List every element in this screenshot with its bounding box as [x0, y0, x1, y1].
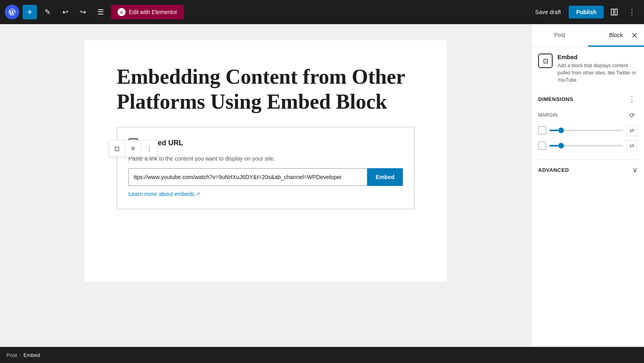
margin-slider-2[interactable] [549, 145, 623, 146]
main-layout: Embedding Content from Other Platforms U… [0, 24, 644, 347]
embed-input-row: Embed [128, 168, 403, 186]
align-icon: ≡ [131, 145, 135, 152]
svg-rect-1 [615, 9, 617, 15]
breadcrumb-bar: Post › Embed [0, 347, 644, 363]
embed-submit-button[interactable]: Embed [367, 168, 403, 186]
embed-block-description: Paste a link to the content you want to … [128, 155, 403, 162]
more-icon: ⋮ [146, 145, 153, 153]
right-sidebar: Post Block ✕ ⊡ Embed Add a block that di… [531, 24, 644, 347]
page-title: Embedding Content from Other Platforms U… [117, 64, 415, 115]
add-block-button[interactable]: + [23, 5, 37, 19]
block-name: Embed [557, 54, 638, 60]
block-info-text: Embed Add a block that displays content … [557, 54, 638, 84]
margin-fill-1 [549, 130, 558, 131]
top-toolbar: + ✎ ↩ ↪ ☰ e Edit with Elementor Save dra… [0, 0, 644, 24]
margin-text: MARGIN [538, 112, 557, 118]
wordpress-logo [5, 5, 19, 19]
publish-button[interactable]: Publish [569, 6, 604, 19]
elementor-icon: e [118, 8, 126, 16]
margin-slider-1[interactable] [549, 130, 623, 131]
margin-thumb-2 [558, 143, 564, 148]
advanced-toggle-button[interactable]: ∨ [632, 165, 638, 174]
breadcrumb-post[interactable]: Post [6, 352, 17, 358]
more-options-button[interactable]: ⋮ [625, 5, 639, 19]
sidebar-close-button[interactable]: ✕ [628, 29, 641, 42]
embed-block: ⊡ Embed URL Paste a link to the content … [117, 127, 415, 209]
editor-area: Embedding Content from Other Platforms U… [0, 24, 531, 347]
embed-url-input[interactable] [128, 168, 367, 186]
sidebar-tabs: Post Block ✕ [532, 24, 644, 47]
margin-thumb-1 [558, 128, 564, 133]
learn-more-text: Learn more about embeds [128, 191, 194, 197]
learn-more-link[interactable]: Learn more about embeds ↗ [128, 191, 200, 197]
block-more-button[interactable]: ⋮ [141, 140, 157, 157]
elementor-label: Edit with Elementor [129, 9, 178, 15]
dimensions-more-button[interactable]: ⋮ [626, 93, 638, 105]
margin-row-2: ⇄ [538, 140, 638, 151]
settings-sidebar-button[interactable] [607, 5, 621, 19]
advanced-section: Advanced ∨ [538, 159, 638, 174]
advanced-title: Advanced [538, 167, 569, 173]
external-link-icon: ↗ [196, 191, 200, 197]
block-toolbar: ⊡ ≡ ⋮ [109, 140, 158, 157]
block-type-button[interactable]: ⊡ [109, 140, 125, 157]
elementor-edit-button[interactable]: e Edit with Elementor [111, 5, 184, 19]
svg-rect-0 [611, 9, 614, 15]
margin-unlink-button-2[interactable]: ⇄ [626, 140, 638, 151]
block-info-icon: ⊡ [538, 54, 553, 68]
redo-button[interactable]: ↪ [76, 5, 90, 19]
undo-button[interactable]: ↩ [58, 5, 72, 19]
embed-block-icon: ⊡ [114, 145, 120, 153]
block-align-button[interactable]: ≡ [125, 140, 141, 157]
dimensions-header: Dimensions ⋮ [538, 93, 638, 105]
margin-reset-button[interactable]: ⟳ [626, 109, 638, 121]
breadcrumb-separator: › [19, 352, 21, 358]
list-view-button[interactable]: ☰ [93, 5, 108, 19]
margin-input-box-1[interactable] [538, 126, 546, 134]
margin-input-box-2[interactable] [538, 142, 546, 150]
tools-button[interactable]: ✎ [40, 5, 55, 19]
sidebar-body: ⊡ Embed Add a block that displays conten… [532, 47, 644, 347]
advanced-header[interactable]: Advanced ∨ [538, 165, 638, 174]
editor-content: Embedding Content from Other Platforms U… [85, 40, 447, 282]
block-description: Add a block that displays content pulled… [557, 62, 638, 84]
embed-block-header: ⊡ Embed URL [128, 138, 403, 148]
dimensions-section: Dimensions ⋮ MARGIN ⟳ ⇄ [538, 93, 638, 151]
save-draft-button[interactable]: Save draft [530, 6, 566, 19]
margin-unlink-button-1[interactable]: ⇄ [626, 125, 638, 136]
block-info-section: ⊡ Embed Add a block that displays conten… [538, 54, 638, 84]
margin-fill-2 [549, 145, 558, 146]
dimensions-title: Dimensions [538, 96, 573, 102]
breadcrumb-current: Embed [23, 352, 40, 358]
margin-row-1: ⇄ [538, 125, 638, 136]
tab-post[interactable]: Post [532, 24, 588, 47]
margin-label: MARGIN ⟳ [538, 109, 638, 121]
